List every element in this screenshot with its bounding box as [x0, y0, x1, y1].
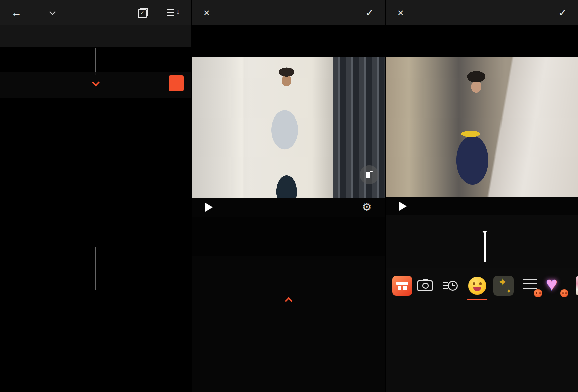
preview-photo	[386, 57, 578, 197]
filter-playbar	[192, 198, 385, 217]
chevron-down-icon[interactable]	[49, 9, 56, 15]
compare-icon[interactable]	[360, 165, 379, 184]
filter-header	[192, 0, 385, 25]
play-icon[interactable]	[399, 202, 407, 211]
preview-photo	[192, 57, 385, 198]
text-sticker-icon[interactable]	[522, 275, 539, 296]
scrollbar-seam	[95, 247, 96, 290]
camera-icon[interactable]	[417, 280, 433, 291]
scrollbar-seam	[95, 48, 96, 75]
sticker-store-icon[interactable]	[392, 276, 412, 296]
timeline-filmstrip[interactable]	[401, 237, 578, 261]
check-icon[interactable]	[365, 7, 374, 19]
store-icon	[397, 282, 407, 290]
back-icon[interactable]	[11, 7, 22, 19]
sticker-header	[386, 0, 578, 25]
sticker-toolbar	[386, 268, 578, 303]
emoji-category-icon[interactable]	[468, 277, 486, 295]
filter-panel	[191, 0, 385, 392]
clips-header	[192, 295, 385, 307]
chevron-down-icon[interactable]	[92, 79, 100, 87]
check-icon[interactable]	[558, 7, 567, 19]
new-badge-icon	[534, 289, 542, 297]
timeline	[386, 215, 578, 268]
close-icon[interactable]	[397, 8, 404, 18]
selected-clips-bar	[0, 72, 191, 98]
effects-category-icon[interactable]	[493, 276, 514, 296]
spacer	[192, 217, 385, 256]
chevron-up-icon[interactable]	[285, 297, 293, 305]
picker-header	[0, 0, 191, 25]
heart-sticker-icon[interactable]	[545, 275, 565, 296]
media-tabs	[0, 25, 191, 47]
sticker-panel	[385, 0, 578, 392]
sticker-preview	[386, 25, 578, 197]
emoji-grid	[386, 303, 578, 392]
active-category-underline	[467, 299, 487, 300]
close-icon[interactable]	[203, 8, 210, 18]
sort-icon[interactable]	[167, 9, 180, 17]
media-picker-panel	[0, 0, 191, 392]
gear-icon[interactable]	[362, 201, 372, 214]
video-editor-collage	[0, 0, 578, 392]
filter-preview	[192, 25, 385, 198]
new-badge-icon	[560, 289, 568, 297]
media-grid	[0, 47, 191, 392]
play-icon[interactable]	[205, 203, 213, 212]
next-button[interactable]	[169, 75, 184, 91]
playhead-line[interactable]	[484, 233, 486, 262]
sticker-playbar	[386, 197, 578, 215]
multi-select-icon[interactable]	[138, 8, 148, 18]
recent-stickers-icon[interactable]	[443, 280, 458, 291]
filter-options-row	[192, 256, 385, 285]
